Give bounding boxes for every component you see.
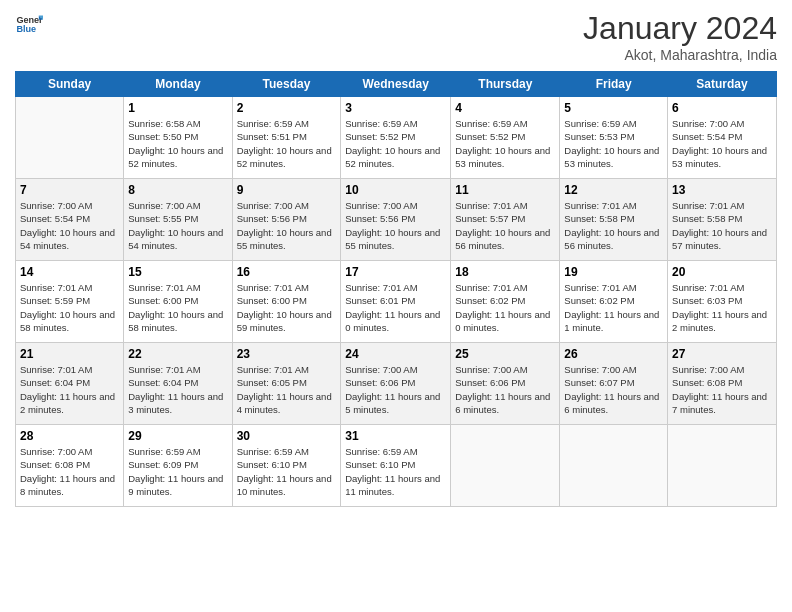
day-info: Sunrise: 7:00 AMSunset: 5:56 PMDaylight:… xyxy=(345,199,446,252)
day-info: Sunrise: 6:59 AMSunset: 5:52 PMDaylight:… xyxy=(455,117,555,170)
day-number: 4 xyxy=(455,101,555,115)
logo: General Blue xyxy=(15,10,43,38)
calendar-cell: 17Sunrise: 7:01 AMSunset: 6:01 PMDayligh… xyxy=(341,261,451,343)
day-info: Sunrise: 7:01 AMSunset: 6:00 PMDaylight:… xyxy=(237,281,337,334)
calendar-cell: 12Sunrise: 7:01 AMSunset: 5:58 PMDayligh… xyxy=(560,179,668,261)
month-title: January 2024 xyxy=(583,10,777,47)
calendar-cell: 6Sunrise: 7:00 AMSunset: 5:54 PMDaylight… xyxy=(668,97,777,179)
title-area: January 2024 Akot, Maharashtra, India xyxy=(583,10,777,63)
svg-text:Blue: Blue xyxy=(16,24,36,34)
day-info: Sunrise: 7:00 AMSunset: 6:06 PMDaylight:… xyxy=(455,363,555,416)
day-info: Sunrise: 6:58 AMSunset: 5:50 PMDaylight:… xyxy=(128,117,227,170)
day-info: Sunrise: 7:00 AMSunset: 5:56 PMDaylight:… xyxy=(237,199,337,252)
calendar-cell xyxy=(668,425,777,507)
calendar-cell xyxy=(560,425,668,507)
calendar-cell: 4Sunrise: 6:59 AMSunset: 5:52 PMDaylight… xyxy=(451,97,560,179)
day-info: Sunrise: 7:01 AMSunset: 5:58 PMDaylight:… xyxy=(564,199,663,252)
header-cell-wednesday: Wednesday xyxy=(341,72,451,97)
day-number: 5 xyxy=(564,101,663,115)
day-info: Sunrise: 7:01 AMSunset: 6:03 PMDaylight:… xyxy=(672,281,772,334)
day-number: 12 xyxy=(564,183,663,197)
day-number: 26 xyxy=(564,347,663,361)
day-number: 14 xyxy=(20,265,119,279)
day-number: 11 xyxy=(455,183,555,197)
calendar-week-2: 7Sunrise: 7:00 AMSunset: 5:54 PMDaylight… xyxy=(16,179,777,261)
day-number: 2 xyxy=(237,101,337,115)
day-info: Sunrise: 6:59 AMSunset: 6:09 PMDaylight:… xyxy=(128,445,227,498)
day-info: Sunrise: 7:01 AMSunset: 6:05 PMDaylight:… xyxy=(237,363,337,416)
day-number: 8 xyxy=(128,183,227,197)
day-info: Sunrise: 6:59 AMSunset: 6:10 PMDaylight:… xyxy=(237,445,337,498)
day-number: 23 xyxy=(237,347,337,361)
calendar-cell: 10Sunrise: 7:00 AMSunset: 5:56 PMDayligh… xyxy=(341,179,451,261)
day-info: Sunrise: 7:01 AMSunset: 5:58 PMDaylight:… xyxy=(672,199,772,252)
calendar-cell: 20Sunrise: 7:01 AMSunset: 6:03 PMDayligh… xyxy=(668,261,777,343)
day-info: Sunrise: 6:59 AMSunset: 6:10 PMDaylight:… xyxy=(345,445,446,498)
calendar-cell: 31Sunrise: 6:59 AMSunset: 6:10 PMDayligh… xyxy=(341,425,451,507)
day-number: 15 xyxy=(128,265,227,279)
day-number: 10 xyxy=(345,183,446,197)
day-number: 17 xyxy=(345,265,446,279)
calendar-cell: 28Sunrise: 7:00 AMSunset: 6:08 PMDayligh… xyxy=(16,425,124,507)
calendar-cell: 15Sunrise: 7:01 AMSunset: 6:00 PMDayligh… xyxy=(124,261,232,343)
day-number: 30 xyxy=(237,429,337,443)
day-info: Sunrise: 7:00 AMSunset: 6:06 PMDaylight:… xyxy=(345,363,446,416)
calendar-cell: 29Sunrise: 6:59 AMSunset: 6:09 PMDayligh… xyxy=(124,425,232,507)
day-number: 24 xyxy=(345,347,446,361)
calendar-week-3: 14Sunrise: 7:01 AMSunset: 5:59 PMDayligh… xyxy=(16,261,777,343)
day-number: 13 xyxy=(672,183,772,197)
day-info: Sunrise: 6:59 AMSunset: 5:52 PMDaylight:… xyxy=(345,117,446,170)
header-cell-sunday: Sunday xyxy=(16,72,124,97)
calendar-cell: 9Sunrise: 7:00 AMSunset: 5:56 PMDaylight… xyxy=(232,179,341,261)
header-area: General Blue January 2024 Akot, Maharash… xyxy=(15,10,777,63)
day-info: Sunrise: 7:01 AMSunset: 6:04 PMDaylight:… xyxy=(20,363,119,416)
header-cell-monday: Monday xyxy=(124,72,232,97)
calendar-cell xyxy=(451,425,560,507)
calendar-cell: 24Sunrise: 7:00 AMSunset: 6:06 PMDayligh… xyxy=(341,343,451,425)
day-number: 3 xyxy=(345,101,446,115)
day-number: 31 xyxy=(345,429,446,443)
calendar-cell: 13Sunrise: 7:01 AMSunset: 5:58 PMDayligh… xyxy=(668,179,777,261)
day-info: Sunrise: 6:59 AMSunset: 5:53 PMDaylight:… xyxy=(564,117,663,170)
calendar-cell: 5Sunrise: 6:59 AMSunset: 5:53 PMDaylight… xyxy=(560,97,668,179)
calendar-cell: 26Sunrise: 7:00 AMSunset: 6:07 PMDayligh… xyxy=(560,343,668,425)
day-number: 20 xyxy=(672,265,772,279)
header-row: SundayMondayTuesdayWednesdayThursdayFrid… xyxy=(16,72,777,97)
day-info: Sunrise: 7:01 AMSunset: 6:01 PMDaylight:… xyxy=(345,281,446,334)
day-info: Sunrise: 7:00 AMSunset: 6:07 PMDaylight:… xyxy=(564,363,663,416)
calendar-cell: 27Sunrise: 7:00 AMSunset: 6:08 PMDayligh… xyxy=(668,343,777,425)
calendar-cell: 22Sunrise: 7:01 AMSunset: 6:04 PMDayligh… xyxy=(124,343,232,425)
logo-icon: General Blue xyxy=(15,10,43,38)
calendar-week-1: 1Sunrise: 6:58 AMSunset: 5:50 PMDaylight… xyxy=(16,97,777,179)
day-number: 6 xyxy=(672,101,772,115)
calendar-cell: 21Sunrise: 7:01 AMSunset: 6:04 PMDayligh… xyxy=(16,343,124,425)
calendar-cell: 7Sunrise: 7:00 AMSunset: 5:54 PMDaylight… xyxy=(16,179,124,261)
calendar-cell xyxy=(16,97,124,179)
day-info: Sunrise: 7:01 AMSunset: 5:57 PMDaylight:… xyxy=(455,199,555,252)
calendar-cell: 18Sunrise: 7:01 AMSunset: 6:02 PMDayligh… xyxy=(451,261,560,343)
header-cell-thursday: Thursday xyxy=(451,72,560,97)
calendar-cell: 14Sunrise: 7:01 AMSunset: 5:59 PMDayligh… xyxy=(16,261,124,343)
header-cell-saturday: Saturday xyxy=(668,72,777,97)
day-info: Sunrise: 7:00 AMSunset: 5:54 PMDaylight:… xyxy=(672,117,772,170)
day-number: 19 xyxy=(564,265,663,279)
subtitle: Akot, Maharashtra, India xyxy=(583,47,777,63)
day-info: Sunrise: 7:00 AMSunset: 6:08 PMDaylight:… xyxy=(20,445,119,498)
calendar-table: SundayMondayTuesdayWednesdayThursdayFrid… xyxy=(15,71,777,507)
day-info: Sunrise: 7:00 AMSunset: 5:54 PMDaylight:… xyxy=(20,199,119,252)
day-number: 29 xyxy=(128,429,227,443)
calendar-cell: 23Sunrise: 7:01 AMSunset: 6:05 PMDayligh… xyxy=(232,343,341,425)
calendar-cell: 1Sunrise: 6:58 AMSunset: 5:50 PMDaylight… xyxy=(124,97,232,179)
day-info: Sunrise: 7:00 AMSunset: 5:55 PMDaylight:… xyxy=(128,199,227,252)
day-number: 16 xyxy=(237,265,337,279)
calendar-cell: 25Sunrise: 7:00 AMSunset: 6:06 PMDayligh… xyxy=(451,343,560,425)
day-info: Sunrise: 7:01 AMSunset: 6:02 PMDaylight:… xyxy=(564,281,663,334)
calendar-week-5: 28Sunrise: 7:00 AMSunset: 6:08 PMDayligh… xyxy=(16,425,777,507)
header-cell-tuesday: Tuesday xyxy=(232,72,341,97)
calendar-week-4: 21Sunrise: 7:01 AMSunset: 6:04 PMDayligh… xyxy=(16,343,777,425)
day-number: 18 xyxy=(455,265,555,279)
day-info: Sunrise: 7:01 AMSunset: 6:04 PMDaylight:… xyxy=(128,363,227,416)
day-number: 22 xyxy=(128,347,227,361)
calendar-cell: 2Sunrise: 6:59 AMSunset: 5:51 PMDaylight… xyxy=(232,97,341,179)
calendar-cell: 3Sunrise: 6:59 AMSunset: 5:52 PMDaylight… xyxy=(341,97,451,179)
